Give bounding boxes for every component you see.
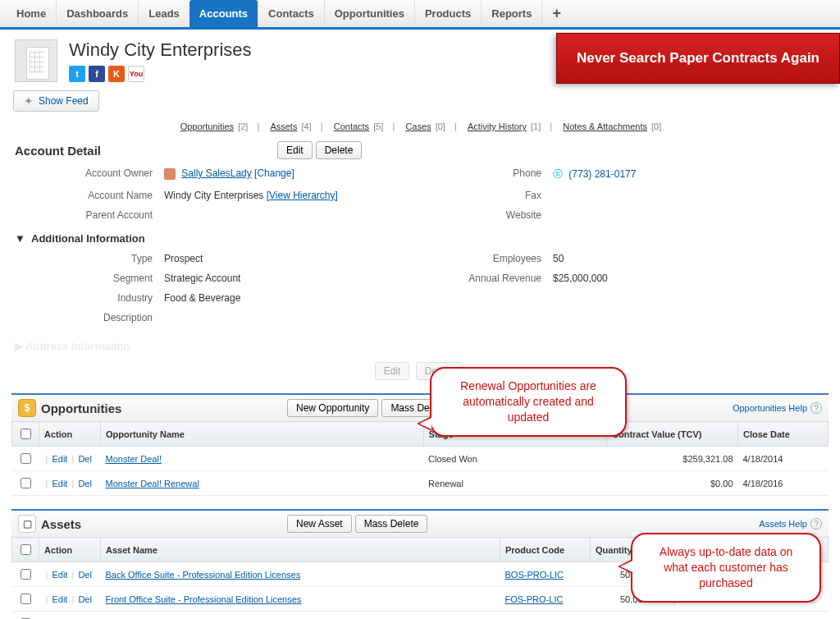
stage-value: Closed Won — [423, 447, 606, 471]
tab-dashboards[interactable]: Dashboards — [56, 0, 138, 27]
row-checkbox[interactable] — [21, 453, 31, 464]
account-detail-title: Account Detail — [15, 144, 277, 158]
asset-name-link[interactable]: Back Office Suite - Professional Edition… — [106, 570, 301, 580]
opportunities-table: Action Opportunity Name Stage Contract V… — [11, 421, 829, 496]
opportunity-name-link[interactable]: Monster Deal! — [106, 454, 162, 464]
promo-banner: Never Search Paper Contracts Again — [556, 33, 840, 84]
owner-avatar-icon — [164, 168, 176, 180]
youtube-icon[interactable]: You — [128, 66, 144, 82]
start-date-value: 4/18/2014 — [697, 612, 763, 620]
stage-value: Renewal — [423, 471, 606, 496]
related-links: Opportunities [2] | Assets [4] | Contact… — [0, 115, 840, 138]
rel-opportunities[interactable]: Opportunities — [180, 122, 234, 131]
twitter-icon[interactable]: t — [69, 66, 85, 82]
select-all-assets[interactable] — [21, 544, 31, 555]
row-del-link[interactable]: Del — [78, 570, 92, 580]
owner-change-link[interactable]: [Change] — [254, 167, 294, 179]
parent-label: Parent Account — [2, 206, 158, 224]
table-row: | Edit | DelMonster Deal! RenewalRenewal… — [12, 471, 829, 496]
end-date-value: 4/17/201 — [763, 612, 829, 620]
owner-label: Account Owner — [2, 164, 158, 185]
opportunities-help-link[interactable]: Opportunities Help — [733, 403, 807, 413]
mass-delete-assets-button[interactable]: Mass Delete — [355, 515, 428, 533]
show-feed-label: Show Feed — [39, 95, 89, 107]
assets-panel: ▢ Assets New Asset Mass Delete Assets He… — [11, 509, 829, 619]
new-asset-button[interactable]: New Asset — [287, 515, 352, 533]
product-code-link[interactable]: FOS-PRO-LIC — [505, 594, 564, 604]
close-date-value: 4/18/2014 — [738, 447, 829, 471]
skype-icon[interactable]: ⓢ — [553, 168, 563, 180]
account-icon — [15, 39, 57, 82]
fax-label: Fax — [407, 186, 546, 204]
website-label: Website — [407, 206, 546, 224]
callout-opportunities: Renewal Opportunities are automatically … — [430, 367, 627, 437]
account-detail-table: Account Owner Sally SalesLady [Change] P… — [0, 163, 840, 226]
show-feed-button[interactable]: ✦ Show Feed — [13, 90, 99, 112]
fade-overlay — [0, 328, 840, 366]
additional-info-table: Type Prospect Employees 50 Segment Strat… — [0, 248, 840, 328]
asset-name-link[interactable]: Front Office Suite - Professional Editio… — [106, 594, 302, 604]
tab-products[interactable]: Products — [414, 0, 481, 27]
phone-label: Phone — [407, 164, 546, 185]
rel-cases[interactable]: Cases — [405, 122, 431, 131]
table-row: | Edit | DelGold SupportSUPP-GLD1.00$648… — [12, 612, 829, 620]
tcv-value: $0.00 — [607, 471, 738, 496]
pulse-icon: ✦ — [24, 94, 34, 108]
tab-reports[interactable]: Reports — [481, 0, 541, 27]
tab-add[interactable]: + — [541, 0, 571, 27]
callout-assets: Always up-to-date data on what each cust… — [631, 533, 821, 603]
row-edit-link[interactable]: Edit — [52, 570, 67, 580]
new-opportunity-button[interactable]: New Opportunity — [287, 399, 378, 417]
view-hierarchy-link[interactable]: [View Hierarchy] — [267, 190, 338, 201]
product-code-link[interactable]: BOS-PRO-LIC — [505, 570, 564, 580]
row-del-link[interactable]: Del — [78, 479, 92, 488]
additional-info-header[interactable]: ▼ Additional Information — [0, 226, 840, 248]
rel-activity-history[interactable]: Activity History — [468, 122, 527, 131]
tab-accounts[interactable]: Accounts — [189, 0, 258, 27]
qty-value: 1.00 — [591, 612, 648, 620]
tcv-value: $259,321.08 — [607, 447, 738, 471]
opportunities-title: Opportunities — [41, 401, 287, 415]
select-all-opps[interactable] — [21, 429, 31, 439]
delete-button[interactable]: Delete — [316, 141, 363, 159]
row-del-link[interactable]: Del — [78, 594, 92, 604]
row-checkbox[interactable] — [21, 594, 31, 604]
tab-home[interactable]: Home — [7, 0, 56, 27]
klout-icon[interactable]: K — [108, 66, 125, 82]
facebook-icon[interactable]: f — [89, 66, 105, 82]
table-row: | Edit | DelMonster Deal!Closed Won$259,… — [12, 447, 829, 471]
opportunity-name-link[interactable]: Monster Deal! Renewal — [106, 479, 199, 488]
asset-icon: ▢ — [18, 515, 36, 533]
tab-contacts[interactable]: Contacts — [258, 0, 324, 27]
name-label: Account Name — [2, 186, 158, 204]
edit-button[interactable]: Edit — [277, 141, 313, 159]
rel-contacts[interactable]: Contacts — [334, 122, 369, 131]
row-edit-link[interactable]: Edit — [52, 479, 67, 488]
help-icon[interactable]: ? — [810, 518, 822, 530]
rel-assets[interactable]: Assets — [270, 122, 297, 131]
row-checkbox[interactable] — [21, 478, 31, 488]
row-checkbox[interactable] — [21, 569, 31, 580]
assets-title: Assets — [41, 517, 287, 531]
close-date-value: 4/18/2016 — [738, 471, 829, 496]
top-nav: Home Dashboards Leads Accounts Contacts … — [0, 0, 840, 30]
account-name-value: Windy City Enterprises — [164, 190, 263, 201]
owner-link[interactable]: Sally SalesLady — [181, 167, 251, 179]
tab-leads[interactable]: Leads — [138, 0, 189, 27]
opportunity-icon: $ — [18, 399, 36, 417]
rel-notes[interactable]: Notes & Attachments — [563, 122, 647, 131]
phone-link[interactable]: (773) 281-0177 — [568, 168, 636, 180]
help-icon[interactable]: ? — [810, 402, 822, 414]
row-edit-link[interactable]: Edit — [52, 594, 67, 604]
collapse-icon: ▼ — [15, 232, 25, 245]
row-edit-link[interactable]: Edit — [52, 454, 67, 464]
price-value: $648 — [648, 612, 697, 620]
row-del-link[interactable]: Del — [78, 454, 92, 464]
page-title: Windy City Enterprises — [69, 39, 252, 61]
assets-help-link[interactable]: Assets Help — [759, 519, 807, 529]
tab-opportunities[interactable]: Opportunities — [324, 0, 414, 27]
opportunities-panel: $ Opportunities New Opportunity Mass Del… — [11, 393, 829, 496]
